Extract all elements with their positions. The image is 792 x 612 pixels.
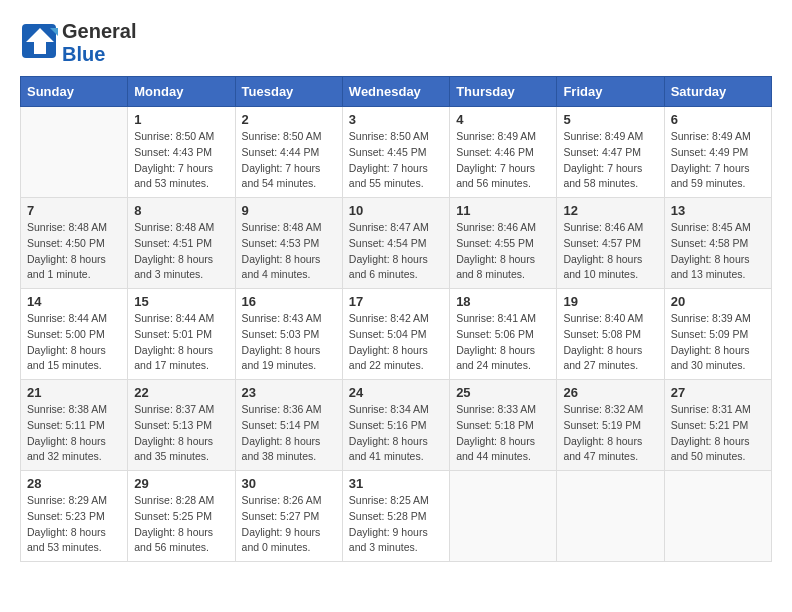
day-number: 30 — [242, 476, 336, 491]
day-cell: 4Sunrise: 8:49 AM Sunset: 4:46 PM Daylig… — [450, 107, 557, 198]
day-info: Sunrise: 8:48 AM Sunset: 4:51 PM Dayligh… — [134, 220, 228, 283]
day-cell: 14Sunrise: 8:44 AM Sunset: 5:00 PM Dayli… — [21, 289, 128, 380]
week-row-5: 28Sunrise: 8:29 AM Sunset: 5:23 PM Dayli… — [21, 471, 772, 562]
day-info: Sunrise: 8:34 AM Sunset: 5:16 PM Dayligh… — [349, 402, 443, 465]
day-info: Sunrise: 8:38 AM Sunset: 5:11 PM Dayligh… — [27, 402, 121, 465]
day-cell — [557, 471, 664, 562]
day-cell: 9Sunrise: 8:48 AM Sunset: 4:53 PM Daylig… — [235, 198, 342, 289]
day-number: 12 — [563, 203, 657, 218]
day-info: Sunrise: 8:49 AM Sunset: 4:47 PM Dayligh… — [563, 129, 657, 192]
col-header-thursday: Thursday — [450, 77, 557, 107]
day-cell: 31Sunrise: 8:25 AM Sunset: 5:28 PM Dayli… — [342, 471, 449, 562]
day-number: 17 — [349, 294, 443, 309]
day-cell — [450, 471, 557, 562]
day-number: 20 — [671, 294, 765, 309]
day-number: 26 — [563, 385, 657, 400]
day-cell — [664, 471, 771, 562]
logo-text-general: General — [62, 20, 136, 43]
day-info: Sunrise: 8:46 AM Sunset: 4:55 PM Dayligh… — [456, 220, 550, 283]
day-info: Sunrise: 8:25 AM Sunset: 5:28 PM Dayligh… — [349, 493, 443, 556]
col-header-wednesday: Wednesday — [342, 77, 449, 107]
day-info: Sunrise: 8:42 AM Sunset: 5:04 PM Dayligh… — [349, 311, 443, 374]
day-info: Sunrise: 8:48 AM Sunset: 4:53 PM Dayligh… — [242, 220, 336, 283]
day-number: 28 — [27, 476, 121, 491]
day-cell: 17Sunrise: 8:42 AM Sunset: 5:04 PM Dayli… — [342, 289, 449, 380]
day-cell: 30Sunrise: 8:26 AM Sunset: 5:27 PM Dayli… — [235, 471, 342, 562]
day-cell: 10Sunrise: 8:47 AM Sunset: 4:54 PM Dayli… — [342, 198, 449, 289]
day-number: 8 — [134, 203, 228, 218]
day-info: Sunrise: 8:48 AM Sunset: 4:50 PM Dayligh… — [27, 220, 121, 283]
day-cell: 18Sunrise: 8:41 AM Sunset: 5:06 PM Dayli… — [450, 289, 557, 380]
day-info: Sunrise: 8:33 AM Sunset: 5:18 PM Dayligh… — [456, 402, 550, 465]
day-info: Sunrise: 8:44 AM Sunset: 5:00 PM Dayligh… — [27, 311, 121, 374]
day-info: Sunrise: 8:26 AM Sunset: 5:27 PM Dayligh… — [242, 493, 336, 556]
day-number: 6 — [671, 112, 765, 127]
day-number: 31 — [349, 476, 443, 491]
logo-text-blue: Blue — [62, 43, 136, 66]
day-info: Sunrise: 8:36 AM Sunset: 5:14 PM Dayligh… — [242, 402, 336, 465]
day-cell: 2Sunrise: 8:50 AM Sunset: 4:44 PM Daylig… — [235, 107, 342, 198]
day-number: 3 — [349, 112, 443, 127]
day-info: Sunrise: 8:32 AM Sunset: 5:19 PM Dayligh… — [563, 402, 657, 465]
day-cell: 1Sunrise: 8:50 AM Sunset: 4:43 PM Daylig… — [128, 107, 235, 198]
day-cell: 12Sunrise: 8:46 AM Sunset: 4:57 PM Dayli… — [557, 198, 664, 289]
day-info: Sunrise: 8:31 AM Sunset: 5:21 PM Dayligh… — [671, 402, 765, 465]
logo-icon — [20, 22, 58, 64]
day-cell: 19Sunrise: 8:40 AM Sunset: 5:08 PM Dayli… — [557, 289, 664, 380]
day-info: Sunrise: 8:39 AM Sunset: 5:09 PM Dayligh… — [671, 311, 765, 374]
day-info: Sunrise: 8:29 AM Sunset: 5:23 PM Dayligh… — [27, 493, 121, 556]
calendar-table: SundayMondayTuesdayWednesdayThursdayFrid… — [20, 76, 772, 562]
day-cell: 27Sunrise: 8:31 AM Sunset: 5:21 PM Dayli… — [664, 380, 771, 471]
week-row-1: 1Sunrise: 8:50 AM Sunset: 4:43 PM Daylig… — [21, 107, 772, 198]
day-info: Sunrise: 8:37 AM Sunset: 5:13 PM Dayligh… — [134, 402, 228, 465]
day-info: Sunrise: 8:28 AM Sunset: 5:25 PM Dayligh… — [134, 493, 228, 556]
day-number: 29 — [134, 476, 228, 491]
week-row-4: 21Sunrise: 8:38 AM Sunset: 5:11 PM Dayli… — [21, 380, 772, 471]
logo: General Blue — [20, 20, 136, 66]
day-cell: 8Sunrise: 8:48 AM Sunset: 4:51 PM Daylig… — [128, 198, 235, 289]
day-number: 11 — [456, 203, 550, 218]
day-number: 22 — [134, 385, 228, 400]
day-cell: 26Sunrise: 8:32 AM Sunset: 5:19 PM Dayli… — [557, 380, 664, 471]
day-info: Sunrise: 8:50 AM Sunset: 4:43 PM Dayligh… — [134, 129, 228, 192]
col-header-saturday: Saturday — [664, 77, 771, 107]
col-header-sunday: Sunday — [21, 77, 128, 107]
day-info: Sunrise: 8:46 AM Sunset: 4:57 PM Dayligh… — [563, 220, 657, 283]
day-cell: 6Sunrise: 8:49 AM Sunset: 4:49 PM Daylig… — [664, 107, 771, 198]
day-number: 7 — [27, 203, 121, 218]
day-info: Sunrise: 8:49 AM Sunset: 4:46 PM Dayligh… — [456, 129, 550, 192]
day-number: 10 — [349, 203, 443, 218]
day-info: Sunrise: 8:41 AM Sunset: 5:06 PM Dayligh… — [456, 311, 550, 374]
header-row: SundayMondayTuesdayWednesdayThursdayFrid… — [21, 77, 772, 107]
day-info: Sunrise: 8:43 AM Sunset: 5:03 PM Dayligh… — [242, 311, 336, 374]
week-row-3: 14Sunrise: 8:44 AM Sunset: 5:00 PM Dayli… — [21, 289, 772, 380]
day-cell: 5Sunrise: 8:49 AM Sunset: 4:47 PM Daylig… — [557, 107, 664, 198]
week-row-2: 7Sunrise: 8:48 AM Sunset: 4:50 PM Daylig… — [21, 198, 772, 289]
day-number: 4 — [456, 112, 550, 127]
day-number: 14 — [27, 294, 121, 309]
day-cell: 24Sunrise: 8:34 AM Sunset: 5:16 PM Dayli… — [342, 380, 449, 471]
day-info: Sunrise: 8:49 AM Sunset: 4:49 PM Dayligh… — [671, 129, 765, 192]
day-number: 16 — [242, 294, 336, 309]
day-cell: 25Sunrise: 8:33 AM Sunset: 5:18 PM Dayli… — [450, 380, 557, 471]
day-cell: 23Sunrise: 8:36 AM Sunset: 5:14 PM Dayli… — [235, 380, 342, 471]
day-info: Sunrise: 8:45 AM Sunset: 4:58 PM Dayligh… — [671, 220, 765, 283]
day-number: 5 — [563, 112, 657, 127]
col-header-monday: Monday — [128, 77, 235, 107]
day-number: 24 — [349, 385, 443, 400]
day-info: Sunrise: 8:50 AM Sunset: 4:45 PM Dayligh… — [349, 129, 443, 192]
day-cell: 20Sunrise: 8:39 AM Sunset: 5:09 PM Dayli… — [664, 289, 771, 380]
day-number: 9 — [242, 203, 336, 218]
day-cell: 11Sunrise: 8:46 AM Sunset: 4:55 PM Dayli… — [450, 198, 557, 289]
day-number: 21 — [27, 385, 121, 400]
day-info: Sunrise: 8:44 AM Sunset: 5:01 PM Dayligh… — [134, 311, 228, 374]
day-number: 13 — [671, 203, 765, 218]
day-number: 27 — [671, 385, 765, 400]
day-cell: 29Sunrise: 8:28 AM Sunset: 5:25 PM Dayli… — [128, 471, 235, 562]
day-cell: 16Sunrise: 8:43 AM Sunset: 5:03 PM Dayli… — [235, 289, 342, 380]
day-number: 15 — [134, 294, 228, 309]
day-info: Sunrise: 8:47 AM Sunset: 4:54 PM Dayligh… — [349, 220, 443, 283]
day-info: Sunrise: 8:40 AM Sunset: 5:08 PM Dayligh… — [563, 311, 657, 374]
day-cell: 13Sunrise: 8:45 AM Sunset: 4:58 PM Dayli… — [664, 198, 771, 289]
col-header-tuesday: Tuesday — [235, 77, 342, 107]
